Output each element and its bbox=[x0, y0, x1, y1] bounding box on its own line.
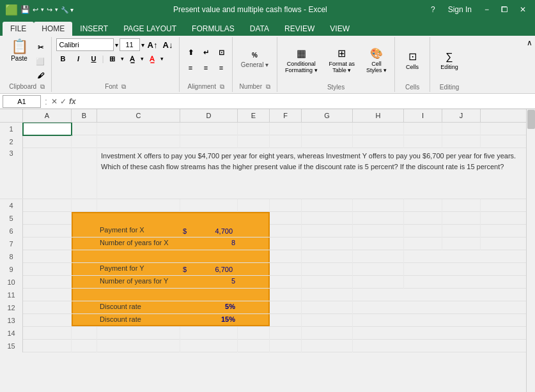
cell-d8-orange[interactable] bbox=[180, 250, 238, 262]
cell-d2[interactable] bbox=[180, 135, 238, 148]
cell-c13-orange[interactable]: Discount rate bbox=[97, 314, 180, 326]
cell-a15[interactable] bbox=[23, 340, 72, 352]
align-top-button[interactable]: ⬆ bbox=[183, 46, 198, 59]
decrease-font-button[interactable]: A↓ bbox=[161, 38, 175, 51]
font-color-button[interactable]: A̲ bbox=[145, 52, 159, 65]
cell-d9-orange[interactable]: $ 6,700 bbox=[180, 263, 238, 275]
cell-b10-orange[interactable] bbox=[72, 276, 97, 288]
cell-a5[interactable] bbox=[23, 212, 72, 225]
col-header-c[interactable]: C bbox=[97, 109, 180, 122]
cell-f4[interactable] bbox=[270, 199, 302, 212]
cell-c7-orange[interactable]: Number of years for X bbox=[97, 237, 180, 250]
collapse-ribbon[interactable]: ∧ bbox=[527, 38, 532, 47]
cell-a12[interactable] bbox=[23, 301, 72, 314]
font-size-dropdown[interactable]: ▾ bbox=[141, 41, 144, 49]
cell-c9-orange[interactable]: Payment for Y bbox=[97, 263, 180, 275]
cell-c11-orange[interactable] bbox=[97, 289, 180, 301]
cell-a1[interactable] bbox=[23, 123, 72, 135]
col-header-f[interactable]: F bbox=[270, 109, 302, 122]
quick-access-dropdown[interactable]: ▾ bbox=[41, 6, 44, 13]
col-header-b[interactable]: B bbox=[72, 109, 97, 122]
cell-b11-orange[interactable] bbox=[72, 289, 97, 301]
cell-e14[interactable] bbox=[238, 327, 270, 340]
cell-j6[interactable] bbox=[442, 225, 481, 237]
cell-g8[interactable] bbox=[302, 250, 353, 263]
wrap-text-button[interactable]: ↵ bbox=[199, 46, 213, 59]
fill-dropdown[interactable]: ▾ bbox=[141, 56, 144, 62]
cell-b5-orange[interactable] bbox=[72, 212, 97, 225]
cell-f1[interactable] bbox=[270, 123, 302, 135]
customize-qat[interactable]: 🔧 ▾ bbox=[61, 6, 74, 13]
cell-d10-orange[interactable]: 5 bbox=[180, 276, 238, 288]
cell-h4[interactable] bbox=[353, 199, 404, 212]
editing-button[interactable]: ∑ Editing bbox=[437, 50, 462, 72]
cell-c6-orange[interactable]: Payment for X bbox=[97, 225, 180, 237]
cell-c10-orange[interactable]: Number of years for Y bbox=[97, 276, 180, 288]
tab-page-layout[interactable]: PAGE LAYOUT bbox=[116, 22, 184, 36]
cell-f12[interactable] bbox=[270, 301, 302, 314]
cell-e5-orange[interactable] bbox=[238, 212, 270, 225]
format-painter-button[interactable]: 🖌 bbox=[33, 69, 47, 82]
cell-d5-orange[interactable] bbox=[180, 212, 238, 225]
minimize-button[interactable]: − bbox=[481, 4, 493, 15]
cell-reference-input[interactable] bbox=[3, 95, 41, 108]
close-button[interactable]: ✕ bbox=[516, 4, 530, 15]
cell-g12[interactable] bbox=[302, 301, 353, 314]
cell-i2[interactable] bbox=[404, 135, 442, 148]
cell-b7-orange[interactable] bbox=[72, 237, 97, 250]
cell-styles-button[interactable]: 🎨 CellStyles ▾ bbox=[362, 46, 391, 75]
cell-c14[interactable] bbox=[97, 327, 180, 340]
cell-a7[interactable] bbox=[23, 237, 72, 250]
cell-e8-orange[interactable] bbox=[238, 250, 270, 262]
copy-button[interactable]: ⬜ bbox=[33, 55, 47, 68]
cell-g9[interactable] bbox=[302, 263, 353, 276]
cell-h8[interactable] bbox=[353, 250, 404, 263]
cell-j1[interactable] bbox=[442, 123, 481, 135]
cell-d1[interactable] bbox=[180, 123, 238, 135]
cell-a13[interactable] bbox=[23, 314, 72, 327]
cell-e10-orange[interactable] bbox=[238, 276, 270, 288]
cell-f7[interactable] bbox=[270, 237, 302, 250]
cell-b14[interactable] bbox=[72, 327, 97, 340]
cell-f13[interactable] bbox=[270, 314, 302, 327]
cell-g15[interactable] bbox=[302, 340, 353, 352]
cell-d6-orange[interactable]: $ 4,700 bbox=[180, 225, 238, 237]
cell-a3[interactable] bbox=[23, 148, 72, 199]
cell-i1[interactable] bbox=[404, 123, 442, 135]
cell-c4[interactable] bbox=[97, 199, 180, 212]
increase-font-button[interactable]: A↑ bbox=[146, 38, 160, 51]
conditional-formatting-button[interactable]: ▦ ConditionalFormatting ▾ bbox=[281, 46, 322, 75]
cell-g10[interactable] bbox=[302, 276, 353, 289]
cell-d4[interactable] bbox=[180, 199, 238, 212]
tab-file[interactable]: FILE bbox=[3, 22, 34, 36]
cell-d15[interactable] bbox=[180, 340, 238, 352]
cell-b15[interactable] bbox=[72, 340, 97, 352]
cell-j4[interactable] bbox=[442, 199, 481, 212]
cell-c3-merged[interactable]: Investment X offers to pay you $4,700 pe… bbox=[97, 148, 535, 199]
cell-e11-orange[interactable] bbox=[238, 289, 270, 301]
cell-e12-orange[interactable] bbox=[238, 301, 270, 313]
font-name-input[interactable] bbox=[56, 38, 114, 51]
cell-f9[interactable] bbox=[270, 263, 302, 276]
quick-access-undo[interactable]: ↩ bbox=[33, 6, 38, 14]
tab-data[interactable]: DATA bbox=[242, 22, 277, 36]
tab-insert[interactable]: INSERT bbox=[72, 22, 116, 36]
cell-a14[interactable] bbox=[23, 327, 72, 340]
cell-e9-orange[interactable] bbox=[238, 263, 270, 275]
cell-g4[interactable] bbox=[302, 199, 353, 212]
formula-input[interactable] bbox=[79, 95, 532, 108]
cell-b12-orange[interactable] bbox=[72, 301, 97, 313]
cell-h10[interactable] bbox=[353, 276, 404, 289]
cell-j5[interactable] bbox=[442, 212, 481, 225]
col-header-d[interactable]: D bbox=[180, 109, 238, 122]
cell-b1[interactable] bbox=[72, 123, 97, 135]
col-header-i[interactable]: I bbox=[404, 109, 442, 122]
col-header-e[interactable]: E bbox=[238, 109, 270, 122]
cell-e13-orange[interactable] bbox=[238, 314, 270, 326]
insert-function-button[interactable]: fx bbox=[69, 97, 76, 106]
tab-formulas[interactable]: FORMULAS bbox=[184, 22, 242, 36]
cell-b2[interactable] bbox=[72, 135, 97, 148]
cell-h5[interactable] bbox=[353, 212, 404, 225]
cells-button[interactable]: ⊡ Cells bbox=[399, 49, 425, 72]
cell-h7[interactable] bbox=[353, 237, 404, 250]
